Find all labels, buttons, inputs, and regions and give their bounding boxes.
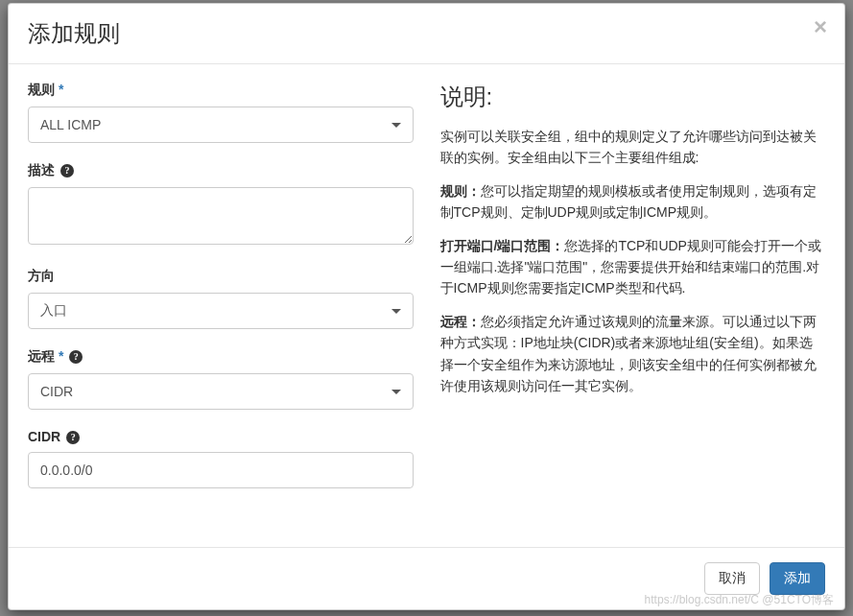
help-icon[interactable]: ? <box>66 431 80 444</box>
remote-label: 远程 * ? <box>28 348 414 366</box>
close-icon[interactable]: × <box>814 15 827 38</box>
modal-title: 添加规则 <box>28 18 825 49</box>
chevron-down-icon <box>391 390 401 394</box>
direction-label-text: 方向 <box>28 268 55 283</box>
cidr-input[interactable] <box>28 452 414 488</box>
cancel-button[interactable]: 取消 <box>704 562 760 595</box>
cidr-label: CIDR ? <box>28 429 414 444</box>
description-input[interactable] <box>28 187 414 245</box>
add-rule-modal: 添加规则 × 规则 * ALL ICMP 描述 ? <box>8 3 845 610</box>
required-icon: * <box>59 348 63 364</box>
cidr-label-text: CIDR <box>28 429 60 444</box>
direction-group: 方向 入口 <box>28 268 414 329</box>
rule-label: 规则 * <box>28 82 414 99</box>
rule-select-value: ALL ICMP <box>40 117 101 132</box>
rule-group: 规则 * ALL ICMP <box>28 82 414 143</box>
cidr-group: CIDR ? <box>28 429 414 488</box>
desc-rule-bold: 规则： <box>440 183 481 199</box>
help-icon[interactable]: ? <box>69 350 83 364</box>
chevron-down-icon <box>391 123 401 128</box>
help-icon[interactable]: ? <box>60 164 74 178</box>
description-label-text: 描述 <box>28 162 55 178</box>
desc-intro: 实例可以关联安全组，组中的规则定义了允许哪些访问到达被关联的实例。安全组由以下三… <box>440 126 826 169</box>
modal-footer: 取消 添加 <box>9 547 844 609</box>
desc-title: 说明: <box>440 82 826 112</box>
modal-header: 添加规则 × <box>9 4 844 64</box>
submit-button[interactable]: 添加 <box>770 562 825 595</box>
description-label: 描述 ? <box>28 162 414 179</box>
desc-rule: 规则：您可以指定期望的规则模板或者使用定制规则，选项有定制TCP规则、定制UDP… <box>440 180 826 224</box>
modal-body: 规则 * ALL ICMP 描述 ? 方向 <box>9 64 844 547</box>
rule-select[interactable]: ALL ICMP <box>28 107 414 143</box>
description-group: 描述 ? <box>28 162 414 249</box>
desc-remote: 远程：您必须指定允许通过该规则的流量来源。可以通过以下两种方式实现：IP地址块(… <box>440 311 826 397</box>
chevron-down-icon <box>391 309 401 314</box>
remote-select[interactable]: CIDR <box>28 373 414 410</box>
direction-select-value: 入口 <box>40 302 67 320</box>
desc-port-bold: 打开端口/端口范围： <box>440 238 565 253</box>
remote-group: 远程 * ? CIDR <box>28 348 414 410</box>
form-column: 规则 * ALL ICMP 描述 ? 方向 <box>28 82 414 530</box>
required-icon: * <box>59 82 63 97</box>
desc-remote-bold: 远程： <box>440 314 481 329</box>
rule-label-text: 规则 <box>28 82 55 97</box>
desc-port: 打开端口/端口范围：您选择的TCP和UDP规则可能会打开一个或一组端口.选择"端… <box>440 235 826 299</box>
direction-select[interactable]: 入口 <box>28 293 414 329</box>
remote-select-value: CIDR <box>40 384 73 399</box>
remote-label-text: 远程 <box>28 348 55 364</box>
desc-rule-text: 您可以指定期望的规则模板或者使用定制规则，选项有定制TCP规则、定制UDP规则或… <box>440 183 817 220</box>
desc-remote-text: 您必须指定允许通过该规则的流量来源。可以通过以下两种方式实现：IP地址块(CID… <box>440 314 817 393</box>
direction-label: 方向 <box>28 268 414 285</box>
description-column: 说明: 实例可以关联安全组，组中的规则定义了允许哪些访问到达被关联的实例。安全组… <box>433 82 826 530</box>
